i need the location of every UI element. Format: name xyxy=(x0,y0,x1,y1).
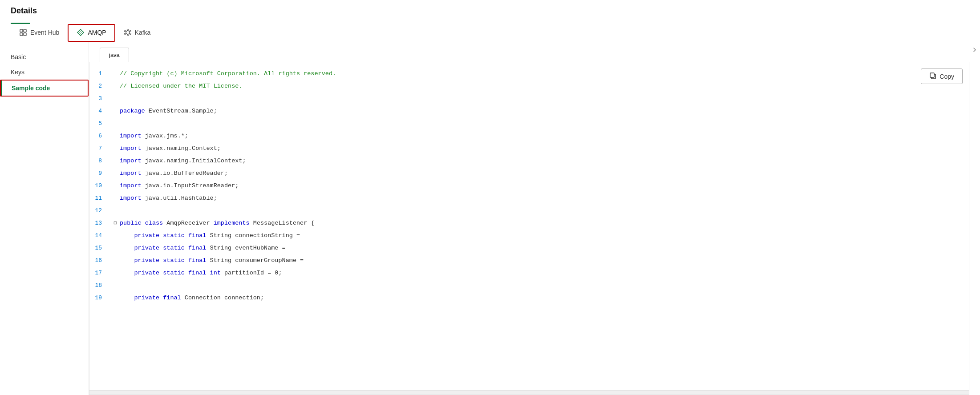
lang-tab-bar: java xyxy=(89,42,969,62)
code-line: 10 import java.io.InputStreamReader; xyxy=(89,180,969,192)
lang-tab-java-label: java xyxy=(109,52,120,58)
code-line: 13 ⊟ public class AmqpReceiver implement… xyxy=(89,217,969,230)
grid-icon xyxy=(19,28,27,36)
sidebar-item-sample-code-label: Sample code xyxy=(12,85,50,92)
code-line: 2 // Licensed under the MIT License. xyxy=(89,80,969,93)
svg-point-4 xyxy=(126,31,130,34)
code-line: 7 import javax.naming.Context; xyxy=(89,142,969,155)
svg-rect-14 xyxy=(930,73,934,77)
svg-point-8 xyxy=(130,31,131,32)
tab-amqp[interactable]: AMQP xyxy=(68,24,115,42)
tab-bar: Event Hub AMQP xyxy=(11,24,969,42)
code-area[interactable]: 1 // Copyright (c) Microsoft Corporation… xyxy=(89,62,969,395)
sidebar-item-basic[interactable]: Basic xyxy=(0,49,89,64)
content-area: java Copy xyxy=(89,42,969,395)
sidebar-item-keys-label: Keys xyxy=(11,69,24,76)
svg-rect-3 xyxy=(24,33,26,36)
code-line: 11 import java.util.Hashtable; xyxy=(89,192,969,205)
code-line: 18 xyxy=(89,279,969,292)
code-viewer: Copy 1 // Copyright (c) Microsoft Corpor… xyxy=(89,62,969,395)
header: Details Event Hub xyxy=(0,0,980,42)
tab-event-hub[interactable]: Event Hub xyxy=(11,24,68,42)
svg-rect-0 xyxy=(20,29,23,32)
code-line: 15 private static final String eventHubN… xyxy=(89,242,969,254)
svg-point-5 xyxy=(127,29,128,31)
code-line: 5 xyxy=(89,117,969,130)
sidebar-item-sample-code[interactable]: Sample code xyxy=(0,80,89,97)
copy-icon xyxy=(929,72,936,81)
svg-point-10 xyxy=(130,33,131,35)
svg-rect-1 xyxy=(24,29,26,32)
right-panel-collapse[interactable] xyxy=(969,42,980,395)
tab-kafka-label: Kafka xyxy=(135,29,151,36)
code-scrollbar[interactable] xyxy=(89,390,969,395)
svg-point-7 xyxy=(124,31,126,32)
svg-rect-2 xyxy=(20,33,23,36)
code-line: 4 package EventStream.Sample; xyxy=(89,105,969,117)
tab-amqp-label: AMQP xyxy=(88,29,106,36)
hexagon-icon xyxy=(124,28,132,36)
copy-button-label: Copy xyxy=(940,73,954,80)
svg-point-9 xyxy=(124,33,126,35)
tab-event-hub-label: Event Hub xyxy=(30,29,59,36)
main-area: Basic Keys Sample code java xyxy=(0,42,980,395)
diamond-icon xyxy=(77,28,85,36)
tab-kafka[interactable]: Kafka xyxy=(115,24,159,42)
sidebar-item-keys[interactable]: Keys xyxy=(0,64,89,80)
page-container: Details Event Hub xyxy=(0,0,980,395)
sidebar-item-basic-label: Basic xyxy=(11,53,26,60)
code-line: 8 import javax.naming.InitialContext; xyxy=(89,155,969,167)
code-line: 14 private static final String connectio… xyxy=(89,230,969,242)
code-line: 19 private final Connection connection; xyxy=(89,292,969,304)
page-title: Details xyxy=(11,6,37,16)
code-line: 3 xyxy=(89,93,969,105)
code-line: 16 private static final String consumerG… xyxy=(89,254,969,267)
code-line: 12 xyxy=(89,205,969,217)
code-line: 9 import java.io.BufferedReader; xyxy=(89,167,969,180)
svg-point-6 xyxy=(127,35,128,36)
code-line: 1 // Copyright (c) Microsoft Corporation… xyxy=(89,68,969,80)
code-line: 17 private static final int partitionId … xyxy=(89,267,969,279)
lang-tab-java[interactable]: java xyxy=(100,48,129,62)
sidebar: Basic Keys Sample code xyxy=(0,42,89,395)
code-line: 6 import javax.jms.*; xyxy=(89,130,969,142)
copy-button[interactable]: Copy xyxy=(921,69,963,84)
